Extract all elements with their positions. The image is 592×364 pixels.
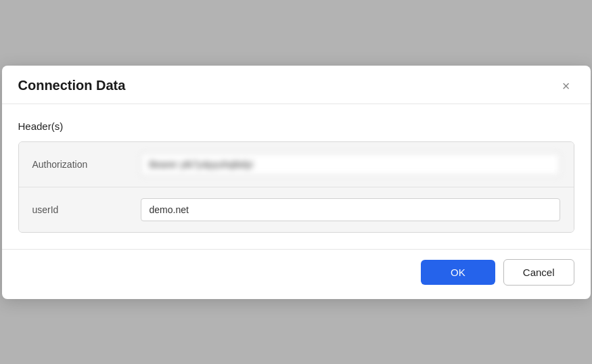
dialog-title: Connection Data [18, 78, 126, 93]
userid-input[interactable] [141, 198, 560, 221]
authorization-input[interactable] [141, 153, 560, 176]
header-key-userid: userId [32, 204, 141, 215]
dialog-body: Header(s) Authorization userId [2, 104, 591, 244]
dialog-header: Connection Data × [2, 66, 591, 104]
dialog-footer: OK Cancel [2, 249, 591, 299]
table-row: userId [19, 187, 574, 232]
connection-data-dialog: Connection Data × Header(s) Authorizatio… [2, 66, 591, 299]
table-row: Authorization [19, 142, 574, 187]
dialog-overlay: Connection Data × Header(s) Authorizatio… [0, 0, 592, 364]
headers-table: Authorization userId [18, 141, 574, 233]
ok-button[interactable]: OK [421, 260, 495, 285]
section-label: Header(s) [18, 120, 574, 132]
close-button[interactable]: × [558, 78, 574, 94]
cancel-button[interactable]: Cancel [503, 259, 574, 286]
header-key-authorization: Authorization [32, 159, 141, 170]
